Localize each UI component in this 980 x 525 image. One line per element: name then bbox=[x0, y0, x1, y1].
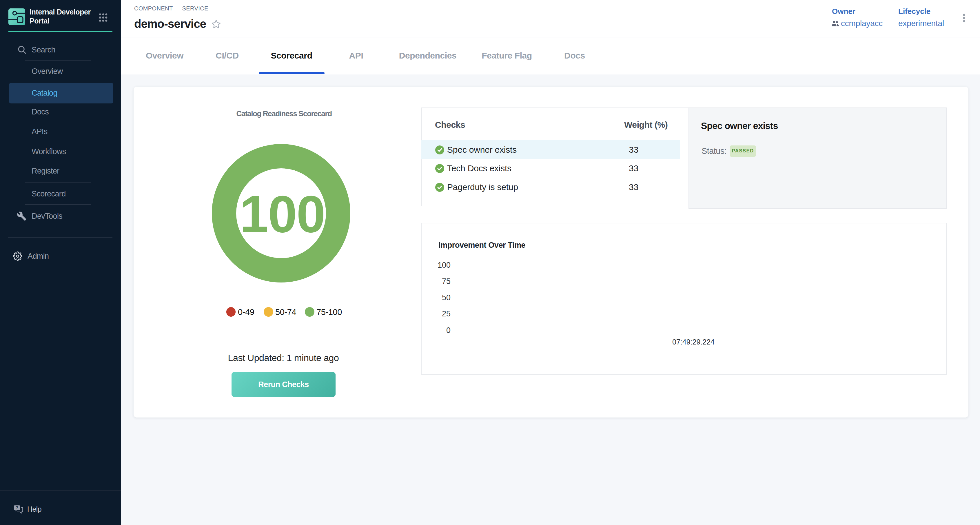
svg-text:?: ? bbox=[16, 505, 18, 510]
